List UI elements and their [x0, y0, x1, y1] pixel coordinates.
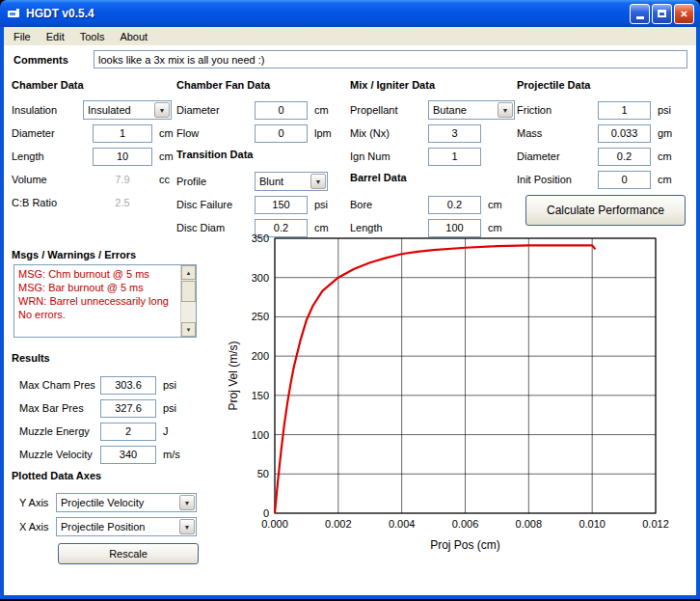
messages-header: Msgs / Warnings / Errors — [12, 249, 136, 260]
disc-failure-input[interactable] — [255, 196, 308, 214]
svg-text:250: 250 — [252, 311, 269, 322]
chamber-diameter-input[interactable] — [93, 124, 152, 143]
chamber-volume-value: 7.9 — [93, 174, 152, 185]
chamber-length-input[interactable] — [93, 148, 152, 166]
muzzle-energy-unit: J — [163, 425, 169, 437]
svg-text:0.006: 0.006 — [452, 518, 479, 530]
menu-about[interactable]: About — [112, 29, 155, 44]
init-position-label: Init Position — [517, 174, 598, 185]
propellant-value: Butane — [433, 104, 467, 116]
ign-num-input[interactable] — [428, 148, 481, 166]
insulation-label: Insulation — [12, 104, 83, 116]
menu-file[interactable]: File — [6, 29, 39, 44]
mass-label: Mass — [517, 127, 598, 139]
svg-text:0.000: 0.000 — [261, 518, 288, 530]
svg-text:0.010: 0.010 — [579, 518, 606, 530]
fan-diameter-input[interactable] — [255, 101, 308, 120]
minimize-button[interactable] — [630, 4, 650, 24]
projectile-diameter-input[interactable] — [598, 148, 651, 166]
init-position-input[interactable] — [598, 171, 651, 189]
chamber-length-label: Length — [12, 150, 83, 162]
svg-text:150: 150 — [252, 390, 269, 401]
rescale-button[interactable]: Rescale — [58, 543, 199, 564]
plotted-data-axes-header: Plotted Data Axes — [12, 470, 101, 481]
scrollbar-track[interactable] — [181, 280, 196, 322]
max-bar-pres-label: Max Bar Pres — [19, 402, 100, 414]
disc-failure-label: Disc Failure — [176, 199, 255, 210]
mix-igniter-data-header: Mix / Igniter Data — [350, 79, 435, 91]
friction-input[interactable] — [598, 101, 651, 120]
dropdown-arrow-icon: ▼ — [154, 102, 170, 118]
profile-value: Blunt — [259, 176, 283, 187]
scrollbar[interactable]: ▲ ▼ — [180, 265, 196, 337]
chamber-data-header: Chamber Data — [12, 79, 84, 91]
max-cham-pres-unit: psi — [163, 379, 176, 391]
dropdown-arrow-icon: ▼ — [179, 519, 195, 534]
y-axis-dropdown[interactable]: Projectile Velocity ▼ — [56, 493, 197, 512]
scroll-down-icon[interactable]: ▼ — [181, 322, 196, 337]
chamber-diameter-unit: cm — [159, 127, 174, 139]
svg-text:0: 0 — [263, 507, 269, 519]
muzzle-energy-value — [100, 423, 156, 441]
window-title: HGDT v0.5.4 — [26, 7, 625, 20]
messages-box[interactable]: MSG: Chm burnout @ 5 ms MSG: Bar burnout… — [13, 264, 197, 338]
svg-text:Proj Vel (m/s): Proj Vel (m/s) — [227, 341, 240, 410]
fan-flow-unit: lpm — [314, 127, 332, 139]
menu-tools[interactable]: Tools — [72, 29, 113, 44]
calculate-performance-button[interactable]: Calculate Performance — [525, 195, 686, 226]
mass-input[interactable] — [598, 124, 651, 143]
projectile-diameter-unit: cm — [658, 150, 672, 162]
projectile-diameter-label: Diameter — [517, 150, 598, 162]
scroll-up-icon[interactable]: ▲ — [181, 265, 196, 280]
svg-text:350: 350 — [252, 232, 269, 244]
friction-label: Friction — [517, 104, 598, 116]
insulation-dropdown[interactable]: Insulated ▼ — [83, 100, 172, 120]
close-button[interactable]: ✕ — [674, 4, 694, 24]
message-line: MSG: Bar burnout @ 5 ms — [18, 281, 176, 294]
chamber-volume-unit: cc — [159, 174, 170, 185]
muzzle-velocity-unit: m/s — [163, 449, 180, 460]
disc-failure-unit: psi — [314, 199, 328, 210]
fan-flow-label: Flow — [176, 127, 255, 139]
projectile-data-header: Projectile Data — [517, 79, 590, 91]
profile-label: Profile — [176, 176, 255, 187]
cb-ratio-value: 2.5 — [93, 197, 152, 208]
svg-text:Proj Pos (cm): Proj Pos (cm) — [430, 538, 500, 552]
max-cham-pres-label: Max Cham Pres — [19, 379, 100, 391]
propellant-label: Propellant — [350, 104, 428, 116]
results-header: Results — [12, 352, 50, 364]
dropdown-arrow-icon: ▼ — [310, 174, 326, 189]
message-line: No errors. — [18, 308, 176, 321]
max-bar-pres-unit: psi — [163, 402, 176, 414]
svg-text:0.008: 0.008 — [516, 518, 543, 530]
chamber-volume-label: Volume — [12, 174, 83, 185]
friction-unit: psi — [658, 104, 671, 116]
app-window: HGDT v0.5.4 ✕ File Edit Tools About Comm… — [0, 0, 700, 599]
bore-input[interactable] — [428, 196, 481, 214]
title-bar[interactable]: HGDT v0.5.4 ✕ — [0, 0, 700, 27]
menu-bar: File Edit Tools About — [4, 27, 696, 45]
max-bar-pres-value — [100, 399, 156, 418]
performance-chart: 0.0000.0020.0040.0060.0080.0100.01205010… — [222, 230, 694, 562]
svg-text:300: 300 — [252, 272, 269, 284]
propellant-dropdown[interactable]: Butane ▼ — [428, 100, 515, 120]
mix-nx-input[interactable] — [428, 124, 481, 143]
dropdown-arrow-icon: ▼ — [498, 102, 513, 118]
comments-input[interactable] — [94, 50, 687, 68]
y-axis-label: Y Axis — [19, 497, 56, 508]
fan-diameter-unit: cm — [314, 104, 329, 116]
comments-label: Comments — [13, 54, 68, 66]
x-axis-dropdown[interactable]: Projectile Position ▼ — [56, 517, 197, 536]
muzzle-energy-label: Muzzle Energy — [19, 425, 100, 437]
fan-diameter-label: Diameter — [176, 104, 255, 116]
y-axis-value: Projectile Velocity — [61, 497, 144, 508]
init-position-unit: cm — [658, 174, 672, 185]
dropdown-arrow-icon: ▼ — [179, 495, 195, 510]
chamber-length-unit: cm — [159, 150, 174, 162]
maximize-button[interactable] — [652, 4, 672, 24]
fan-flow-input[interactable] — [255, 124, 308, 143]
menu-edit[interactable]: Edit — [39, 29, 72, 44]
svg-text:200: 200 — [252, 350, 269, 362]
scrollbar-thumb[interactable] — [181, 281, 196, 302]
profile-dropdown[interactable]: Blunt ▼ — [255, 172, 328, 191]
